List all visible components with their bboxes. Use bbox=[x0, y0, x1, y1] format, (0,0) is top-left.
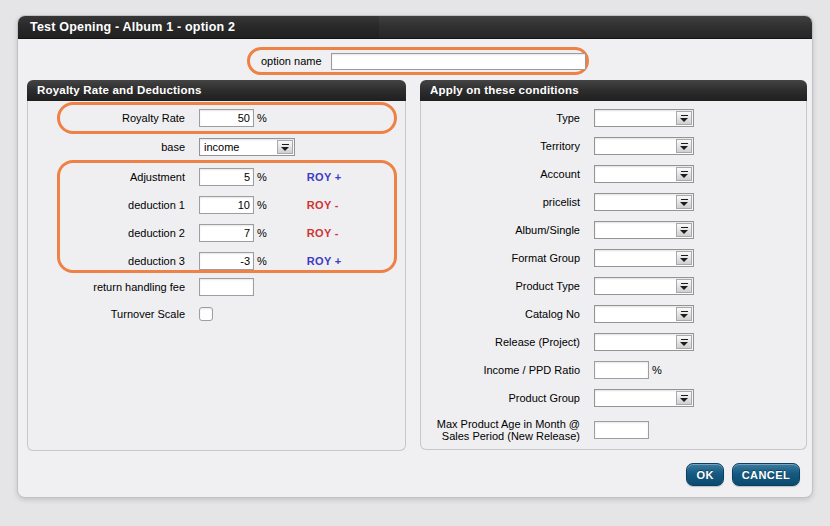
album-single-row: Album/Single bbox=[421, 221, 806, 239]
type-label: Type bbox=[421, 112, 594, 124]
product-group-select[interactable] bbox=[594, 389, 694, 407]
max-product-age-label-line1: Max Product Age in Month @ bbox=[437, 418, 580, 430]
deduction3-roy-flag: ROY + bbox=[307, 255, 342, 267]
product-type-label: Product Type bbox=[421, 280, 594, 292]
deduction3-suffix: % bbox=[257, 255, 267, 267]
territory-select-button[interactable] bbox=[676, 139, 692, 153]
conditions-panel-title: Apply on these conditions bbox=[420, 80, 807, 101]
test-opening-dialog: Test Opening - Album 1 - option 2 option… bbox=[17, 15, 813, 498]
cancel-button[interactable]: CANCEL bbox=[732, 463, 800, 486]
chevron-down-icon bbox=[680, 171, 688, 178]
account-select-button[interactable] bbox=[676, 167, 692, 181]
base-select-button[interactable] bbox=[277, 140, 293, 154]
turnover-scale-label: Turnover Scale bbox=[28, 308, 199, 320]
release-project-select[interactable] bbox=[594, 333, 694, 351]
base-label: base bbox=[28, 141, 199, 153]
turnover-scale-checkbox[interactable] bbox=[199, 307, 213, 321]
deduction1-row: deduction 1 % ROY - bbox=[60, 196, 394, 214]
account-select[interactable] bbox=[594, 165, 694, 183]
chevron-down-icon bbox=[680, 227, 688, 234]
chevron-down-icon bbox=[680, 311, 688, 318]
pricelist-label: pricelist bbox=[421, 196, 594, 208]
conditions-panel-body: Type Territory Account bbox=[420, 101, 807, 450]
adjustment-label: Adjustment bbox=[60, 171, 199, 183]
base-select[interactable]: income bbox=[199, 138, 295, 156]
catalog-no-select[interactable] bbox=[594, 305, 694, 323]
max-product-age-label-line2: Sales Period (New Release) bbox=[442, 430, 580, 442]
release-project-select-button[interactable] bbox=[676, 335, 692, 349]
album-single-select[interactable] bbox=[594, 221, 694, 239]
chevron-down-icon bbox=[281, 144, 289, 151]
catalog-no-select-button[interactable] bbox=[676, 307, 692, 321]
chevron-down-icon bbox=[680, 339, 688, 346]
dialog-title: Test Opening - Album 1 - option 2 bbox=[18, 16, 812, 38]
pricelist-select[interactable] bbox=[594, 193, 694, 211]
royalty-rate-input[interactable] bbox=[199, 109, 254, 127]
royalty-panel-body: Royalty Rate % base income Adjustment % … bbox=[27, 101, 406, 451]
royalty-rate-suffix: % bbox=[257, 112, 267, 124]
deduction2-row: deduction 2 % ROY - bbox=[60, 224, 394, 242]
deduction2-input[interactable] bbox=[199, 224, 254, 242]
dialog-titlebar: Test Opening - Album 1 - option 2 bbox=[18, 16, 812, 39]
product-type-select-button[interactable] bbox=[676, 279, 692, 293]
release-project-label: Release (Project) bbox=[421, 336, 594, 348]
catalog-no-label: Catalog No bbox=[421, 308, 594, 320]
product-group-select-button[interactable] bbox=[676, 391, 692, 405]
return-handling-fee-input[interactable] bbox=[199, 278, 254, 296]
max-product-age-row: Max Product Age in Month @Sales Period (… bbox=[421, 417, 806, 443]
format-group-select-button[interactable] bbox=[676, 251, 692, 265]
chevron-down-icon bbox=[680, 143, 688, 150]
product-group-label: Product Group bbox=[421, 392, 594, 404]
income-ppd-ratio-row: Income / PPD Ratio % bbox=[421, 361, 806, 379]
release-project-row: Release (Project) bbox=[421, 333, 806, 351]
base-row: base income bbox=[28, 138, 405, 156]
account-label: Account bbox=[421, 168, 594, 180]
max-product-age-label: Max Product Age in Month @Sales Period (… bbox=[421, 418, 594, 443]
dialog-button-bar: OK CANCEL bbox=[686, 463, 800, 486]
royalty-panel: Royalty Rate and Deductions Royalty Rate… bbox=[27, 80, 406, 451]
product-type-select[interactable] bbox=[594, 277, 694, 295]
format-group-row: Format Group bbox=[421, 249, 806, 267]
deduction1-label: deduction 1 bbox=[60, 199, 199, 211]
type-row: Type bbox=[421, 109, 806, 127]
conditions-panel: Apply on these conditions Type Territory… bbox=[420, 80, 807, 450]
territory-label: Territory bbox=[421, 140, 594, 152]
option-name-input[interactable] bbox=[331, 53, 586, 70]
chevron-down-icon bbox=[680, 283, 688, 290]
deduction3-row: deduction 3 % ROY + bbox=[60, 252, 394, 270]
album-single-select-button[interactable] bbox=[676, 223, 692, 237]
income-ppd-ratio-suffix: % bbox=[652, 364, 662, 376]
return-handling-fee-label: return handling fee bbox=[28, 281, 199, 293]
territory-row: Territory bbox=[421, 137, 806, 155]
type-select[interactable] bbox=[594, 109, 694, 127]
format-group-label: Format Group bbox=[421, 252, 594, 264]
adjustments-highlight: Adjustment % ROY + deduction 1 % ROY - d… bbox=[57, 160, 397, 273]
type-select-button[interactable] bbox=[676, 111, 692, 125]
territory-select[interactable] bbox=[594, 137, 694, 155]
turnover-scale-row: Turnover Scale bbox=[28, 307, 405, 321]
deduction3-input[interactable] bbox=[199, 252, 254, 270]
product-group-row: Product Group bbox=[421, 389, 806, 407]
pricelist-row: pricelist bbox=[421, 193, 806, 211]
royalty-rate-label: Royalty Rate bbox=[60, 112, 199, 124]
income-ppd-ratio-label: Income / PPD Ratio bbox=[421, 364, 594, 376]
format-group-select[interactable] bbox=[594, 249, 694, 267]
pricelist-select-button[interactable] bbox=[676, 195, 692, 209]
deduction1-input[interactable] bbox=[199, 196, 254, 214]
max-product-age-input[interactable] bbox=[594, 421, 649, 439]
royalty-panel-title: Royalty Rate and Deductions bbox=[27, 80, 406, 101]
ok-button[interactable]: OK bbox=[686, 463, 723, 486]
income-ppd-ratio-input[interactable] bbox=[594, 361, 649, 379]
adjustment-suffix: % bbox=[257, 171, 267, 183]
product-type-row: Product Type bbox=[421, 277, 806, 295]
adjustment-roy-flag: ROY + bbox=[307, 171, 342, 183]
royalty-rate-row: Royalty Rate % bbox=[60, 109, 394, 127]
chevron-down-icon bbox=[680, 395, 688, 402]
adjustment-row: Adjustment % ROY + bbox=[60, 168, 394, 186]
return-handling-fee-row: return handling fee bbox=[28, 278, 405, 296]
deduction2-suffix: % bbox=[257, 227, 267, 239]
adjustment-input[interactable] bbox=[199, 168, 254, 186]
album-single-label: Album/Single bbox=[421, 224, 594, 236]
chevron-down-icon bbox=[680, 115, 688, 122]
catalog-no-row: Catalog No bbox=[421, 305, 806, 323]
